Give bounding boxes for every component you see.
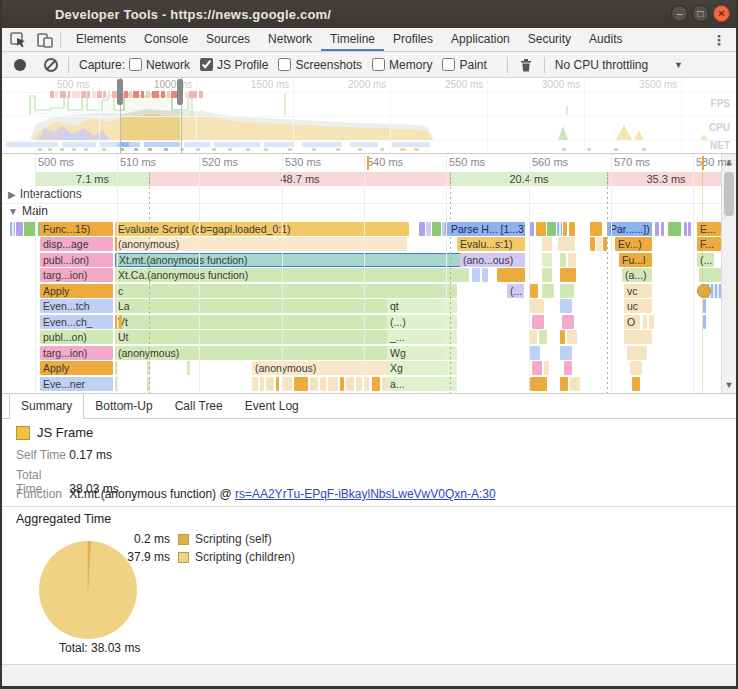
flame-bar[interactable]	[532, 361, 542, 375]
clear-recording-icon[interactable]	[44, 58, 58, 72]
flame-bar[interactable]	[252, 377, 258, 391]
flame-bar[interactable]	[426, 222, 431, 236]
flame-bar-[interactable]: (...	[697, 253, 714, 267]
flame-bar[interactable]	[590, 237, 595, 251]
flame-bar[interactable]	[703, 315, 706, 329]
checkbox-network[interactable]: Network	[129, 58, 190, 72]
flame-bar[interactable]	[260, 377, 264, 391]
flame-bar[interactable]	[530, 346, 540, 360]
flame-bar-apply[interactable]: Apply	[40, 284, 113, 298]
flame-bar-anonymous[interactable]: (anonymous)	[115, 346, 387, 360]
title-bar[interactable]: Developer Tools - https://news.google.co…	[2, 0, 736, 28]
flame-bar-ev[interactable]: Ev...)	[615, 237, 652, 251]
flame-bar-xt-ca-anonymous-function[interactable]: Xt.Ca.(anonymous function)	[115, 268, 469, 282]
checkbox-paint[interactable]: Paint	[442, 58, 486, 72]
garbage-collect-icon[interactable]	[520, 58, 532, 72]
flame-bar[interactable]	[356, 377, 362, 391]
flame-bar[interactable]	[542, 268, 552, 282]
details-tab-bottom-up[interactable]: Bottom-Up	[84, 394, 163, 418]
selection-handle-right[interactable]	[177, 79, 183, 105]
flame-bar[interactable]	[340, 377, 344, 391]
flame-bar-publ-on[interactable]: publ...on)	[40, 330, 113, 344]
flame-bar-fu-l[interactable]: Fu...l	[619, 253, 652, 267]
flame-bar-vt[interactable]: Vt	[115, 315, 387, 329]
flame-bar[interactable]	[560, 377, 568, 391]
memory-checkbox[interactable]	[372, 58, 385, 71]
flame-bar[interactable]	[567, 330, 577, 344]
selection-handle-left[interactable]	[117, 79, 123, 105]
flame-bar[interactable]	[661, 222, 664, 236]
flame-bar[interactable]	[276, 377, 279, 391]
device-toolbar-icon[interactable]	[36, 32, 54, 48]
flame-bar[interactable]	[530, 284, 538, 298]
flame-bar-la[interactable]: La	[115, 299, 387, 313]
tab-elements[interactable]: Elements	[67, 28, 135, 51]
flame-bar[interactable]	[596, 237, 602, 251]
flame-bar[interactable]	[558, 237, 575, 251]
checkbox-memory[interactable]: Memory	[372, 58, 432, 72]
flame-bar-anonymous[interactable]: (anonymous)	[252, 361, 387, 375]
flame-bar[interactable]	[320, 377, 326, 391]
flame-bar[interactable]	[266, 377, 274, 391]
flame-bar[interactable]	[560, 253, 566, 267]
flame-bar[interactable]	[187, 361, 190, 375]
tab-application[interactable]: Application	[442, 28, 519, 51]
flame-bar[interactable]	[542, 284, 554, 298]
flame-bar[interactable]	[530, 377, 547, 391]
screenshots-checkbox[interactable]	[278, 58, 291, 71]
flame-bar[interactable]	[688, 222, 691, 236]
tab-timeline[interactable]: Timeline	[321, 28, 384, 51]
tab-profiles[interactable]: Profiles	[384, 28, 442, 51]
flame-chart[interactable]: Func...15)Evaluate Script (cb=gapi.loade…	[2, 222, 721, 394]
flame-bar[interactable]	[590, 222, 602, 236]
flame-bar[interactable]	[294, 377, 308, 391]
flame-bar[interactable]	[703, 299, 706, 313]
flame-bar-evalu-s-1[interactable]: Evalu...s:1)	[457, 237, 525, 251]
frame-duration-bad[interactable]: 48.7 ms	[149, 172, 450, 186]
flame-bar[interactable]	[570, 377, 580, 391]
tab-audits[interactable]: Audits	[580, 28, 631, 51]
flame-bar[interactable]	[542, 237, 552, 251]
flame-bar[interactable]	[560, 299, 572, 313]
flame-bar[interactable]	[419, 222, 425, 236]
flame-bar[interactable]	[119, 315, 122, 329]
flame-bar[interactable]	[563, 222, 567, 236]
flame-bar[interactable]	[564, 361, 572, 375]
flame-bar[interactable]	[282, 377, 292, 391]
flame-bar[interactable]	[568, 253, 576, 267]
tab-console[interactable]: Console	[135, 28, 197, 51]
flame-bar[interactable]	[432, 222, 441, 236]
flame-bar-par[interactable]: Par......])	[607, 222, 652, 236]
flame-bar-parse-h-1-3[interactable]: Parse H... [1...3])	[448, 222, 525, 236]
flame-bar[interactable]	[569, 222, 575, 236]
inspect-element-icon[interactable]	[10, 32, 28, 48]
flame-bar[interactable]	[668, 222, 681, 236]
flame-bar[interactable]	[560, 284, 574, 298]
flame-bar[interactable]	[544, 361, 549, 375]
flame-bar-disp-age[interactable]: disp...age	[40, 237, 113, 251]
frame-duration-good[interactable]: 7.1 ms	[35, 172, 149, 186]
flame-bar[interactable]	[310, 377, 318, 391]
flame-bar-vc[interactable]: vc	[624, 284, 652, 298]
flame-bar[interactable]	[16, 222, 23, 236]
expand-triangle-icon[interactable]: ▼	[8, 206, 18, 217]
flame-bar-apply[interactable]: Apply	[40, 361, 113, 375]
timeline-flame-pane[interactable]: 7.1 ms48.7 ms20.4 ms35.3 ms ▶Interaction…	[2, 154, 736, 394]
flame-bar-o[interactable]: O	[624, 315, 640, 329]
flame-bar[interactable]	[632, 377, 640, 391]
minimize-button[interactable]: –	[671, 5, 688, 22]
flame-bar[interactable]	[532, 315, 544, 329]
collapse-triangle-icon[interactable]: ▶	[8, 189, 16, 200]
flame-bar-func-15[interactable]: Func...15)	[40, 222, 113, 236]
tab-sources[interactable]: Sources	[197, 28, 259, 51]
flame-bar-c[interactable]: c	[115, 284, 457, 298]
flame-bar-targ-ion[interactable]: targ...ion)	[40, 346, 113, 360]
flame-bar[interactable]	[497, 268, 525, 282]
interactions-row[interactable]: ▶Interactions	[2, 187, 721, 204]
flame-bar[interactable]	[530, 299, 544, 313]
scrollbar-thumb[interactable]	[724, 172, 734, 216]
flame-bar[interactable]	[624, 330, 652, 344]
flame-bar-eve-ner[interactable]: Eve...ner	[40, 377, 113, 391]
checkbox-screenshots[interactable]: Screenshots	[278, 58, 362, 72]
record-button[interactable]	[14, 59, 26, 71]
